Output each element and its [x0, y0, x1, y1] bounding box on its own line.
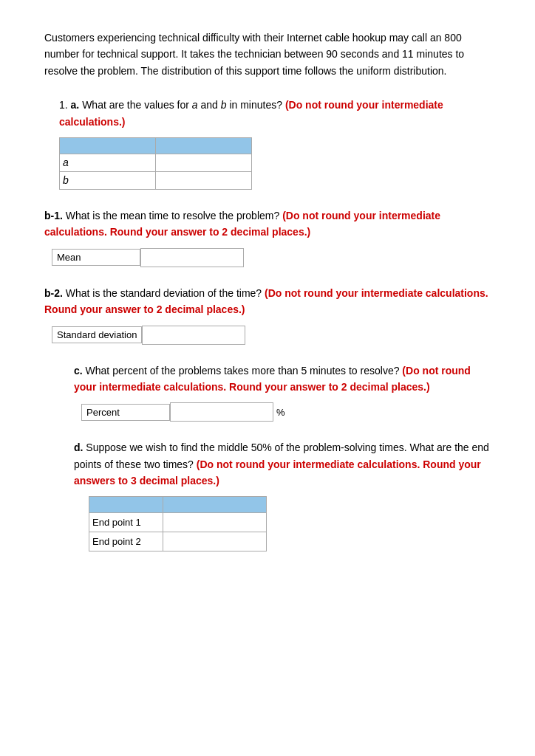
- b2-input-row: Standard deviation: [52, 326, 491, 345]
- q1-label-a: a.: [71, 99, 80, 111]
- b1-input-row: Mean: [52, 248, 491, 267]
- a-input-cell[interactable]: [156, 154, 252, 171]
- c-label: c.: [74, 365, 83, 377]
- b-input[interactable]: [159, 173, 248, 188]
- question-1a-block: 1. a. What are the values for a and b in…: [44, 97, 491, 190]
- question-d-block: d. Suppose we wish to find the middle 50…: [74, 439, 491, 551]
- percent-input[interactable]: [170, 402, 273, 422]
- endpoints-table: End point 1 End point 2: [89, 496, 267, 551]
- question-c-block: c. What percent of the problems takes mo…: [74, 362, 491, 422]
- ep2-input-cell[interactable]: [163, 532, 267, 551]
- question-d-label: d. Suppose we wish to find the middle 50…: [74, 439, 491, 489]
- ep2-input[interactable]: [166, 535, 262, 549]
- ab-table: a b: [59, 137, 252, 190]
- question-1a-label: 1. a. What are the values for a and b in…: [59, 97, 491, 130]
- ep1-input-cell[interactable]: [163, 513, 267, 532]
- percent-symbol: %: [276, 407, 285, 418]
- ep1-input[interactable]: [166, 515, 262, 529]
- d-label: d.: [74, 441, 83, 453]
- b2-field-label: Standard deviation: [52, 326, 142, 343]
- c-question: What percent of the problems takes more …: [86, 365, 403, 377]
- b2-question: What is the standard deviation of the ti…: [66, 287, 265, 299]
- ep-header-label: [89, 497, 163, 513]
- a-input[interactable]: [159, 156, 248, 170]
- a-label-cell: a: [60, 154, 156, 171]
- ab-table-header-value: [156, 137, 252, 154]
- ep1-label-cell: End point 1: [89, 513, 163, 532]
- mean-input[interactable]: [140, 248, 244, 267]
- ep2-label-cell: End point 2: [89, 532, 163, 551]
- b1-field-label: Mean: [52, 249, 140, 266]
- b2-label: b-2.: [44, 287, 63, 299]
- intro-paragraph: Customers experiencing technical difficu…: [44, 30, 491, 79]
- c-input-row: Percent %: [81, 402, 491, 422]
- c-field-label: Percent: [81, 404, 170, 421]
- b1-question: What is the mean time to resolve the pro…: [66, 210, 282, 221]
- question-b1-label: b-1. What is the mean time to resolve th…: [44, 207, 491, 241]
- question-c-label: c. What percent of the problems takes mo…: [74, 362, 491, 396]
- ab-table-header-label: [60, 137, 156, 154]
- q1-number: 1.: [59, 99, 68, 111]
- b-input-cell[interactable]: [156, 171, 252, 189]
- b1-label: b-1.: [44, 210, 63, 221]
- q1-text-a: What are the values for a and b in minut…: [82, 99, 285, 111]
- ep-header-value: [163, 497, 267, 513]
- stddev-input[interactable]: [142, 326, 245, 345]
- question-b2-block: b-2. What is the standard deviation of t…: [44, 285, 491, 345]
- question-b2-label: b-2. What is the standard deviation of t…: [44, 285, 491, 318]
- question-b1-block: b-1. What is the mean time to resolve th…: [44, 207, 491, 267]
- b-label-cell: b: [60, 171, 156, 189]
